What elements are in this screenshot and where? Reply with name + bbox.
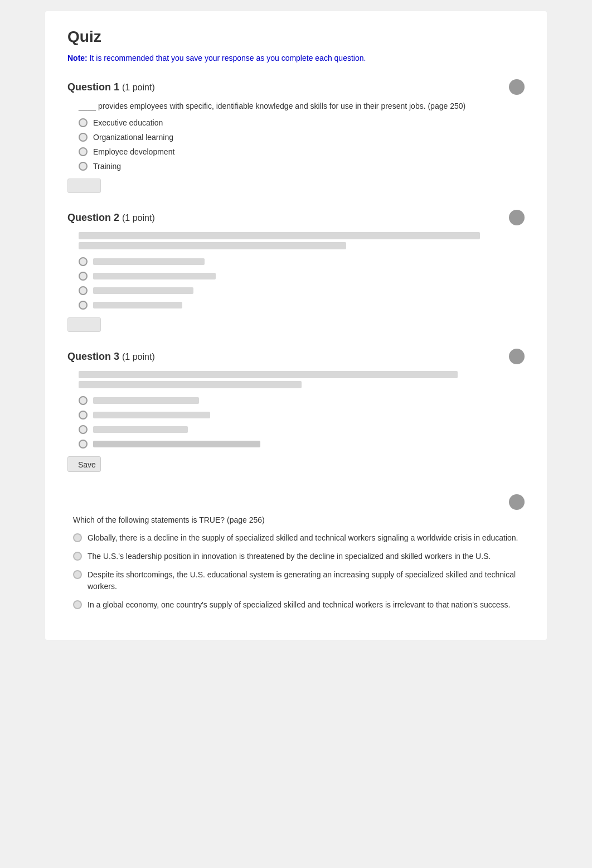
question-3-points: (1 point) xyxy=(122,352,155,361)
question-3-icon xyxy=(509,349,525,364)
q2-save-button[interactable] xyxy=(67,317,101,332)
q2-text-placeholder xyxy=(79,232,525,249)
q4-radio-3[interactable] xyxy=(73,570,82,579)
q3-option-2[interactable] xyxy=(79,411,525,419)
quiz-container: Quiz Note: It is recommended that you sa… xyxy=(45,11,547,640)
question-2-header: Question 2 (1 point) xyxy=(67,210,525,225)
option-organizational-learning[interactable]: Organizational learning xyxy=(79,133,525,142)
question-1-icon xyxy=(509,79,525,95)
quiz-title: Quiz xyxy=(67,28,525,46)
question-1-header: Question 1 (1 point) xyxy=(67,79,525,95)
q2-radio-3[interactable] xyxy=(79,286,88,295)
q2-radio-1[interactable] xyxy=(79,257,88,266)
radio-executive-education[interactable] xyxy=(79,118,88,127)
q3-radio-2[interactable] xyxy=(79,411,88,419)
question-1-title: Question 1 (1 point) xyxy=(67,81,155,93)
question-4-block: Which of the following statements is TRU… xyxy=(67,489,525,623)
q4-option-3[interactable]: Despite its shortcomings, the U.S. educa… xyxy=(73,569,525,592)
question-2-options xyxy=(79,257,525,310)
q4-option-3-text: Despite its shortcomings, the U.S. educa… xyxy=(88,569,525,592)
q1-save-container xyxy=(67,179,525,193)
option-label-training: Training xyxy=(93,162,121,171)
question-1-block: Question 1 (1 point) ____ provides emplo… xyxy=(67,79,525,193)
q3-option-3[interactable] xyxy=(79,425,525,434)
q4-radio-2[interactable] xyxy=(73,552,82,561)
q4-option-4[interactable]: In a global economy, one country's suppl… xyxy=(73,599,525,611)
option-training[interactable]: Training xyxy=(79,162,525,171)
question-1-options: Executive education Organizational learn… xyxy=(79,118,525,171)
q4-option-1[interactable]: Globally, there is a decline in the supp… xyxy=(73,532,525,544)
question-2-body xyxy=(79,232,525,310)
option-label-executive: Executive education xyxy=(93,118,163,127)
question-2-title: Question 2 (1 point) xyxy=(67,212,155,224)
option-executive-education[interactable]: Executive education xyxy=(79,118,525,127)
q3-save-button[interactable]: Save xyxy=(67,456,101,472)
question-3-title: Question 3 (1 point) xyxy=(67,351,155,363)
q2-option-1[interactable] xyxy=(79,257,525,266)
q1-save-button[interactable] xyxy=(67,179,101,193)
q3-option-4[interactable] xyxy=(79,440,525,449)
q3-option-1[interactable] xyxy=(79,396,525,405)
question-4-icon xyxy=(509,494,525,510)
question-2-points: (1 point) xyxy=(122,213,155,223)
q4-option-2[interactable]: The U.S.'s leadership position in innova… xyxy=(73,551,525,562)
q4-option-4-text: In a global economy, one country's suppl… xyxy=(88,599,510,611)
question-3-body xyxy=(79,371,525,449)
q3-radio-4[interactable] xyxy=(79,440,88,449)
q4-option-2-text: The U.S.'s leadership position in innova… xyxy=(88,551,491,562)
q4-radio-1[interactable] xyxy=(73,533,82,542)
q2-option-2[interactable] xyxy=(79,272,525,281)
quiz-note: Note: It is recommended that you save yo… xyxy=(67,54,525,62)
q4-radio-4[interactable] xyxy=(73,600,82,609)
note-text: It is recommended that you save your res… xyxy=(90,54,366,62)
question-1-text: ____ provides employees with specific, i… xyxy=(79,102,525,110)
q3-text-placeholder xyxy=(79,371,525,388)
option-label-org: Organizational learning xyxy=(93,133,173,142)
option-label-emp: Employee development xyxy=(93,147,174,156)
question-1-points: (1 point) xyxy=(122,83,155,92)
q3-save-container: Save xyxy=(67,456,525,472)
q4-option-1-text: Globally, there is a decline in the supp… xyxy=(88,532,518,544)
q2-option-4[interactable] xyxy=(79,301,525,310)
question-2-icon xyxy=(509,210,525,225)
question-4-text: Which of the following statements is TRU… xyxy=(73,515,525,524)
radio-employee-development[interactable] xyxy=(79,147,88,156)
question-3-block: Question 3 (1 point) xyxy=(67,349,525,472)
q2-option-3[interactable] xyxy=(79,286,525,295)
option-employee-development[interactable]: Employee development xyxy=(79,147,525,156)
radio-organizational-learning[interactable] xyxy=(79,133,88,142)
note-label: Note: xyxy=(67,54,88,62)
q2-save-container xyxy=(67,317,525,332)
question-2-block: Question 2 (1 point) xyxy=(67,210,525,332)
radio-training[interactable] xyxy=(79,162,88,171)
q2-radio-2[interactable] xyxy=(79,272,88,281)
question-3-header: Question 3 (1 point) xyxy=(67,349,525,364)
question-4-options: Globally, there is a decline in the supp… xyxy=(73,532,525,611)
q3-radio-3[interactable] xyxy=(79,425,88,434)
q2-radio-4[interactable] xyxy=(79,301,88,310)
question-3-options xyxy=(79,396,525,449)
q3-radio-1[interactable] xyxy=(79,396,88,405)
